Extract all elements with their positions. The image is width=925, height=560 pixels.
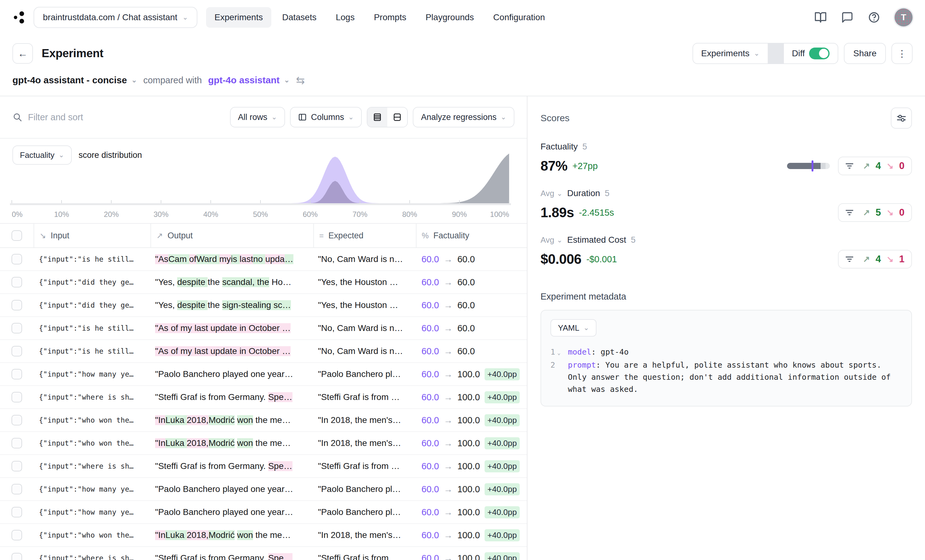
cell-factuality-score[interactable]: 60.0→100.0+40.0pp (416, 529, 527, 541)
share-button[interactable]: Share (844, 43, 886, 64)
cell-factuality-score[interactable]: 60.0→60.0 (416, 300, 527, 310)
cell-expected[interactable]: "No, Cam Ward is n… (313, 254, 416, 264)
row-checkbox[interactable] (12, 254, 22, 265)
row-checkbox[interactable] (12, 415, 22, 425)
cell-output[interactable]: "Steffi Graf is from Germany. Spe… (151, 461, 313, 471)
cell-factuality-score[interactable]: 60.0→100.0+40.0pp (416, 391, 527, 403)
score-range-slider[interactable] (787, 163, 830, 169)
column-header-input[interactable]: ↘Input (33, 224, 151, 247)
table-row[interactable]: {"input":"where is sh…"Steffi Graf is fr… (0, 455, 527, 478)
improvements-regressions-chip[interactable]: ↗4↘0 (838, 157, 912, 175)
cell-factuality-score[interactable]: 60.0→100.0+40.0pp (416, 483, 527, 495)
more-options-button[interactable]: ⋮ (892, 43, 913, 64)
cell-expected[interactable]: "No, Cam Ward is n… (313, 323, 416, 333)
cell-factuality-score[interactable]: 60.0→100.0+40.0pp (416, 437, 527, 449)
table-row[interactable]: {"input":"how many ye…"Paolo Banchero pl… (0, 478, 527, 501)
back-button[interactable]: ← (12, 43, 33, 64)
cell-output[interactable]: "Yes, despite the sign-stealing sc… (151, 300, 313, 310)
cell-expected[interactable]: "In 2018, the men's… (313, 415, 416, 425)
tab-logs[interactable]: Logs (327, 7, 363, 28)
table-row[interactable]: {"input":"how many ye…"Paolo Banchero pl… (0, 363, 527, 386)
improvements-regressions-chip[interactable]: ↗4↘1 (838, 250, 912, 268)
table-row[interactable]: {"input":"how many ye…"Paolo Banchero pl… (0, 501, 527, 524)
column-header-factuality[interactable]: %Factuality (416, 224, 527, 247)
column-header-output[interactable]: ↗Output (151, 224, 313, 247)
cell-factuality-score[interactable]: 60.0→60.0 (416, 323, 527, 333)
cell-factuality-score[interactable]: 60.0→60.0 (416, 346, 527, 357)
cell-expected[interactable]: "Steffi Graf is from … (313, 461, 416, 471)
improvements-regressions-chip[interactable]: ↗5↘0 (838, 203, 912, 222)
tab-experiments[interactable]: Experiments (206, 7, 271, 28)
row-checkbox[interactable] (12, 507, 22, 518)
tab-playgrounds[interactable]: Playgrounds (417, 7, 482, 28)
row-checkbox[interactable] (12, 323, 22, 333)
cell-factuality-score[interactable]: 60.0→100.0+40.0pp (416, 506, 527, 518)
cell-expected[interactable]: "In 2018, the men's… (313, 530, 416, 540)
cell-input[interactable]: {"input":"is he still… (33, 324, 151, 332)
row-checkbox[interactable] (12, 530, 22, 540)
select-all-checkbox[interactable] (12, 230, 22, 241)
cell-output[interactable]: "Steffi Graf is from Germany. Spe… (151, 553, 313, 560)
cell-output[interactable]: "InLuka 2018,Modrić won the me… (151, 438, 313, 448)
cell-input[interactable]: {"input":"did they ge… (33, 278, 151, 286)
table-row[interactable]: {"input":"where is sh…"Steffi Graf is fr… (0, 386, 527, 409)
cell-expected[interactable]: "Steffi Graf is from … (313, 392, 416, 402)
metadata-format-selector[interactable]: YAML ⌄ (550, 319, 597, 337)
cell-input[interactable]: {"input":"is he still… (33, 347, 151, 355)
split-rows-view-button[interactable] (387, 107, 407, 127)
collapse-caret-icon[interactable]: ⌄ (557, 347, 560, 359)
cell-expected[interactable]: "Steffi Graf is from … (313, 553, 416, 560)
cell-expected[interactable]: "No, Cam Ward is n… (313, 346, 416, 356)
row-checkbox[interactable] (12, 392, 22, 402)
cell-input[interactable]: {"input":"how many ye… (33, 370, 151, 378)
table-row[interactable]: {"input":"is he still…"AsCam ofWard myis… (0, 248, 527, 271)
cell-factuality-score[interactable]: 60.0→60.0 (416, 254, 527, 265)
table-row[interactable]: {"input":"did they ge…"Yes, despite the … (0, 294, 527, 317)
cell-output[interactable]: "AsCam ofWard myis lastno upda… (151, 254, 313, 264)
cell-input[interactable]: {"input":"where is sh… (33, 462, 151, 470)
row-checkbox[interactable] (12, 346, 22, 357)
cell-input[interactable]: {"input":"who won the… (33, 416, 151, 424)
dense-rows-view-button[interactable] (368, 107, 387, 127)
aggregation-selector[interactable]: Avg⌄ (541, 189, 563, 198)
cell-output[interactable]: "Paolo Banchero played one year… (151, 484, 313, 494)
table-row[interactable]: {"input":"is he still…"As of my last upd… (0, 317, 527, 340)
cell-factuality-score[interactable]: 60.0→100.0+40.0pp (416, 552, 527, 560)
column-header-expected[interactable]: =Expected (313, 224, 416, 247)
row-checkbox[interactable] (12, 461, 22, 471)
cell-input[interactable]: {"input":"where is sh… (33, 554, 151, 560)
current-experiment-selector[interactable]: gpt-4o assistant - concise ⌄ (12, 75, 137, 86)
table-row[interactable]: {"input":"who won the…"InLuka 2018,Modri… (0, 409, 527, 432)
feedback-chat-icon[interactable] (841, 11, 854, 24)
cell-input[interactable]: {"input":"did they ge… (33, 301, 151, 309)
user-avatar[interactable]: T (895, 8, 913, 26)
table-row[interactable]: {"input":"did they ge…"Yes, despite the … (0, 271, 527, 294)
cell-expected[interactable]: "Yes, the Houston … (313, 300, 416, 310)
row-checkbox[interactable] (12, 277, 22, 288)
distribution-metric-selector[interactable]: Factuality ⌄ (12, 145, 72, 165)
cell-expected[interactable]: "Paolo Banchero pl… (313, 484, 416, 494)
cell-input[interactable]: {"input":"is he still… (33, 255, 151, 263)
experiments-menu-button[interactable]: Experiments ⌄ (693, 44, 768, 63)
row-checkbox[interactable] (12, 484, 22, 494)
cell-input[interactable]: {"input":"where is sh… (33, 393, 151, 401)
cell-output[interactable]: "Paolo Banchero played one year… (151, 369, 313, 379)
cell-output[interactable]: "Steffi Graf is from Germany. Spe… (151, 392, 313, 402)
cell-output[interactable]: "InLuka 2018,Modrić won the me… (151, 530, 313, 540)
cell-expected[interactable]: "In 2018, the men's… (313, 438, 416, 448)
cell-factuality-score[interactable]: 60.0→60.0 (416, 277, 527, 288)
cell-input[interactable]: {"input":"who won the… (33, 531, 151, 539)
cell-input[interactable]: {"input":"who won the… (33, 439, 151, 447)
cell-output[interactable]: "As of my last update in October … (151, 323, 313, 333)
tab-datasets[interactable]: Datasets (274, 7, 325, 28)
cell-factuality-score[interactable]: 60.0→100.0+40.0pp (416, 414, 527, 426)
baseline-experiment-selector[interactable]: gpt-4o assistant ⌄ (208, 75, 289, 86)
swap-comparison-icon[interactable]: ⇆ (296, 74, 305, 86)
aggregation-selector[interactable]: Avg⌄ (541, 235, 563, 245)
cell-output[interactable]: "Paolo Banchero played one year… (151, 507, 313, 517)
row-checkbox[interactable] (12, 300, 22, 310)
analyze-regressions-button[interactable]: Analyze regressions ⌄ (413, 107, 514, 127)
cell-output[interactable]: "InLuka 2018,Modrić won the me… (151, 415, 313, 425)
cell-output[interactable]: "Yes, despite the scandal, the Ho… (151, 277, 313, 287)
cell-input[interactable]: {"input":"how many ye… (33, 485, 151, 493)
